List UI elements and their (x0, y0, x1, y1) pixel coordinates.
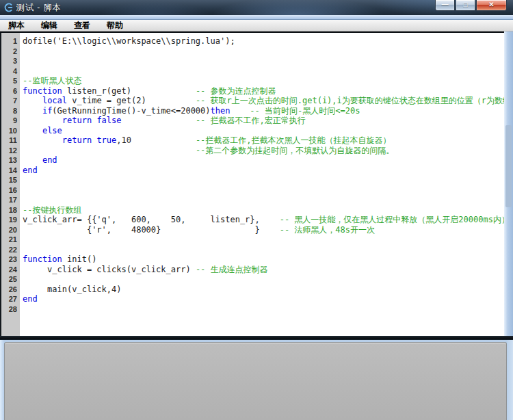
code-text (23, 304, 504, 315)
code-line: 3 (1, 56, 504, 66)
code-text: v_click = clicks(v_click_arr) -- 生成连点控制器 (23, 265, 504, 275)
code-line: 16 (1, 185, 504, 196)
line-number: 24 (1, 265, 20, 275)
line-number: 21 (1, 235, 20, 245)
code-line: 2 (1, 47, 504, 57)
code-lines: 1dofile('E:\\logic\\workspace\\spring.lu… (1, 36, 504, 314)
line-number: 14 (1, 166, 20, 176)
menu-script[interactable]: 脚本 (0, 20, 33, 31)
code-line: 10 else (1, 126, 504, 136)
line-number: 18 (1, 205, 20, 215)
code-text: --按键执行数组 (23, 205, 504, 215)
line-number: 12 (1, 146, 20, 156)
code-text (23, 56, 504, 66)
line-number: 25 (1, 274, 20, 285)
code-text: main(v_click,4) (23, 285, 504, 295)
code-text (23, 235, 504, 245)
code-line: 6function listen_r(get) -- 参数为连点控制器 (1, 86, 504, 96)
code-line: 20 {'r', 48000} } -- 法师黑人，48s开一次 (1, 225, 504, 235)
code-text: end (23, 155, 504, 166)
code-line: 28 (1, 304, 504, 315)
right-window-frame (504, 31, 513, 340)
window-title: 测试 - 脚本 (16, 2, 62, 14)
code-line: 14end (1, 166, 504, 176)
line-number: 8 (1, 106, 20, 116)
code-text: else (23, 126, 504, 136)
code-text: --第二个参数为挂起时间，不填默认为自旋器的间隔。 (23, 146, 504, 156)
code-line: 27end (1, 294, 504, 304)
code-line: 13 end (1, 155, 504, 166)
code-text: v_click_arr= {{'q', 600, 50, listen_r}, … (23, 215, 504, 225)
code-text: if(GetRunningTime()-v_time<=20000)then -… (23, 106, 504, 116)
code-line: 22 (1, 245, 504, 255)
line-number: 15 (1, 175, 20, 185)
code-line: 24 v_click = clicks(v_click_arr) -- 生成连点… (1, 265, 504, 275)
line-number: 22 (1, 245, 20, 255)
code-line: 5--监听黑人状态 (1, 76, 504, 86)
code-text (23, 47, 504, 57)
code-line: 8 if(GetRunningTime()-v_time<=20000)then… (1, 106, 504, 116)
code-text: dofile('E:\\logic\\workspace\\spring.lua… (23, 36, 504, 47)
scrollbar-thumb[interactable] (505, 125, 512, 207)
menu-view[interactable]: 查看 (66, 20, 98, 31)
code-text (23, 175, 504, 185)
menu-help[interactable]: 帮助 (98, 20, 131, 31)
menubar: 脚本 编辑 查看 帮助 (0, 20, 513, 31)
code-text: --监听黑人状态 (23, 76, 504, 86)
line-number: 3 (1, 56, 20, 66)
code-line: 18--按键执行数组 (1, 205, 504, 215)
titlebar[interactable]: 测试 - 脚本 — □ ✕ (0, 0, 513, 15)
line-number: 2 (1, 47, 20, 57)
logitech-g-icon (3, 3, 13, 12)
code-text: end (23, 166, 504, 176)
code-text (23, 274, 504, 285)
code-line: 21 (1, 235, 504, 245)
code-line: 25 (1, 274, 504, 285)
line-number: 5 (1, 76, 20, 86)
line-number: 26 (1, 285, 20, 295)
code-line: 26 main(v_click,4) (1, 285, 504, 295)
line-number: 27 (1, 294, 20, 304)
line-number: 6 (1, 86, 20, 96)
line-number: 20 (1, 225, 20, 235)
line-number: 1 (1, 36, 20, 47)
code-line: 9 return false -- 拦截器不工作,宏正常执行 (1, 116, 504, 126)
code-text: {'r', 48000} } -- 法师黑人，48s开一次 (23, 225, 504, 235)
minimize-button[interactable]: — (435, 0, 455, 11)
code-line: 11 return true,10 --拦截器工作,拦截本次黑人一技能（挂起本自… (1, 135, 504, 146)
line-number: 19 (1, 215, 20, 225)
line-number: 11 (1, 135, 20, 146)
code-text: local v_time = get(2) -- 获取r上一次点击的时间.get… (23, 96, 504, 106)
code-line: 7 local v_time = get(2) -- 获取r上一次点击的时间.g… (1, 96, 504, 106)
line-number: 7 (1, 96, 20, 106)
line-number: 9 (1, 116, 20, 126)
line-number: 17 (1, 195, 20, 205)
code-text (23, 195, 504, 205)
code-editor[interactable]: 1dofile('E:\\logic\\workspace\\spring.lu… (0, 33, 504, 336)
line-number: 13 (1, 155, 20, 166)
code-line: 15 (1, 175, 504, 185)
code-text (23, 245, 504, 255)
code-text (23, 185, 504, 196)
window-controls: — □ ✕ (434, 0, 507, 11)
code-text: function init() (23, 254, 504, 265)
line-number: 16 (1, 185, 20, 196)
line-number: 4 (1, 66, 20, 77)
code-text: return false -- 拦截器不工作,宏正常执行 (23, 116, 504, 126)
code-line: 23function init() (1, 254, 504, 265)
code-line: 17 (1, 195, 504, 205)
line-number: 23 (1, 254, 20, 265)
code-line: 19v_click_arr= {{'q', 600, 50, listen_r}… (1, 215, 504, 225)
close-button[interactable]: ✕ (476, 0, 507, 11)
line-number: 28 (1, 304, 20, 315)
code-text: return true,10 --拦截器工作,拦截本次黑人一技能（挂起本自旋器） (23, 135, 504, 146)
bottom-frame (0, 340, 513, 420)
code-line: 1dofile('E:\\logic\\workspace\\spring.lu… (1, 36, 504, 47)
menu-edit[interactable]: 编辑 (33, 20, 66, 31)
maximize-button[interactable]: □ (456, 0, 475, 11)
code-line: 4 (1, 66, 504, 77)
code-line: 12 --第二个参数为挂起时间，不填默认为自旋器的间隔。 (1, 146, 504, 156)
code-text: function listen_r(get) -- 参数为连点控制器 (23, 86, 504, 96)
code-text (23, 66, 504, 77)
output-panel[interactable] (4, 342, 507, 420)
